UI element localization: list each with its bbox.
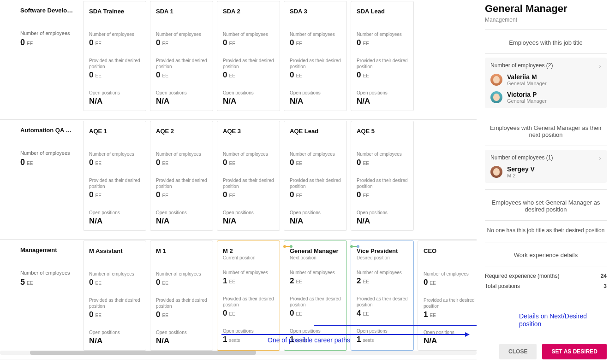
desired-value: 0EE (357, 70, 408, 80)
sidebar-title: General Manager (485, 3, 607, 15)
num-employees-value: 0EE (156, 38, 207, 47)
close-button[interactable]: CLOSE (499, 344, 537, 359)
position-card[interactable]: SDA 3 Number of employees 0EE Provided a… (284, 1, 347, 111)
set-as-desired-button[interactable]: SET AS DESIRED (542, 344, 607, 359)
num-employees-label: Number of employees (156, 31, 207, 37)
chevron-right-icon: › (599, 154, 601, 162)
employee-item[interactable]: Victoria P General Manager (490, 91, 601, 104)
position-card[interactable]: AQE Lead Number of employees 0EE Provide… (284, 121, 347, 231)
num-employees-value: 0EE (357, 38, 408, 47)
position-title: Vice President (357, 247, 408, 254)
desired-label: Provided as their desired position (357, 296, 408, 308)
avatar (490, 91, 502, 103)
open-positions-value: N/A (357, 97, 408, 106)
num-employees-label: Number of employees (357, 31, 408, 37)
row-title: Management (20, 247, 74, 253)
num-employees-value: 0EE (223, 158, 274, 167)
num-employees-value: 0EE (89, 38, 140, 47)
num-employees-value: 2EE (357, 276, 408, 286)
position-card[interactable]: AQE 2 Number of employees 0EE Provided a… (150, 121, 213, 231)
open-positions-label: Open positions (223, 210, 274, 216)
annotation-text: Details on Next/Desired position (519, 312, 597, 328)
avatar (490, 166, 502, 178)
desired-label: Provided as their desired position (290, 296, 341, 308)
position-card[interactable]: SDA Lead Number of employees 0EE Provide… (351, 1, 414, 111)
career-grid: Software Develo… Number of employees 0EE… (0, 0, 477, 364)
employee-role: General Manager (507, 81, 547, 86)
position-card[interactable]: SDA Trainee Number of employees 0EE Prov… (83, 1, 146, 111)
desired-label: Provided as their desired position (89, 58, 140, 70)
desired-value: 0EE (89, 190, 140, 200)
position-card[interactable]: SDA 2 Number of employees 0EE Provided a… (217, 1, 280, 111)
row-title: Software Develo… (20, 7, 74, 14)
open-positions-label: Open positions (223, 328, 274, 334)
sidebar-footer: CLOSE SET AS DESIRED (477, 339, 615, 364)
num-employees-value: 0EE (156, 158, 207, 167)
desired-value: 0EE (156, 70, 207, 80)
num-employees-label: Number of employees (424, 271, 475, 277)
employee-role: General Manager (507, 98, 547, 104)
desired-value: 4EE (357, 309, 408, 318)
desired-label: Provided as their desired position (290, 177, 341, 189)
position-card[interactable]: M 1 Number of employees 0EE Provided as … (150, 241, 213, 351)
sidebar-subtitle: Management (485, 17, 607, 23)
open-positions-label: Open positions (357, 210, 408, 216)
employee-item[interactable]: Valeriia M General Manager (490, 73, 601, 86)
horizontal-scrollbar-thumb[interactable] (30, 351, 256, 355)
chevron-right-icon: › (599, 62, 601, 70)
position-title: SDA 2 (223, 8, 274, 15)
employees-with-card[interactable]: Number of employees (2) › Valeriia M Gen… (485, 58, 607, 108)
position-card[interactable]: SDA 1 Number of employees 0EE Provided a… (150, 1, 213, 111)
num-employees-label: Number of employees (357, 151, 408, 157)
num-employees-value: 0EE (223, 38, 274, 47)
num-employees-value: 0EE (424, 278, 475, 287)
employee-name: Victoria P (507, 91, 547, 98)
desired-label: Provided as their desired position (89, 297, 140, 309)
open-positions-label: Open positions (290, 210, 341, 216)
open-positions-value: N/A (156, 217, 207, 226)
position-card[interactable]: AQE 5 Number of employees 0EE Provided a… (351, 121, 414, 231)
open-positions-label: Open positions (89, 210, 140, 216)
desired-label: Provided as their desired position (223, 296, 274, 308)
row-num-employees-value: 0EE (20, 38, 33, 47)
num-employees-value: 0EE (290, 158, 341, 167)
num-employees-label: Number of employees (290, 270, 341, 276)
desired-value: 0EE (223, 190, 274, 200)
open-positions-label: Open positions (290, 90, 341, 96)
section-title-with: Employees with this job title (485, 36, 607, 49)
num-employees-label: Number of employees (156, 271, 207, 277)
kv-key: Required experience (months) (485, 273, 559, 279)
employee-item[interactable]: Sergey V M 2 (490, 165, 601, 178)
open-positions-label: Open positions (357, 90, 408, 96)
position-title: M 2 (223, 247, 274, 254)
desired-value: 0EE (156, 310, 207, 319)
num-employees-value: 0EE (89, 278, 140, 287)
open-positions-value: N/A (89, 336, 140, 346)
position-title: AQE 2 (156, 128, 207, 135)
row-title: Automation QA … (20, 127, 74, 134)
num-employees-value: 2EE (290, 276, 341, 286)
open-positions-label: Open positions (156, 210, 207, 216)
num-employees-label: Number of employees (89, 151, 140, 157)
desired-value: 0EE (89, 310, 140, 319)
position-card[interactable]: AQE 1 Number of employees 0EE Provided a… (83, 121, 146, 231)
desired-value: 0EE (357, 190, 408, 200)
career-row: Software Develo… Number of employees 0EE… (0, 0, 477, 120)
num-employees-value: 0EE (89, 158, 140, 167)
position-title: CEO (424, 247, 475, 254)
desired-value: 0EE (89, 70, 140, 80)
position-card[interactable]: AQE 3 Number of employees 0EE Provided a… (217, 121, 280, 231)
horizontal-scrollbar-track[interactable] (0, 351, 477, 355)
num-employees-label: Number of employees (223, 31, 274, 37)
open-positions-value: N/A (89, 97, 140, 106)
num-employees-label: Number of employees (290, 151, 341, 157)
employees-next-card[interactable]: Number of employees (1) › Sergey V M 2 (485, 150, 607, 183)
desired-label: Provided as their desired position (357, 177, 408, 189)
position-title: General Manager (290, 247, 341, 254)
open-positions-label: Open positions (156, 90, 207, 96)
open-positions-value: 1seats (223, 335, 274, 344)
row-num-employees-label: Number of employees (20, 270, 74, 276)
employees-with-count: Number of employees (2) (490, 62, 601, 69)
position-subtitle: Desired position (357, 255, 408, 260)
position-card[interactable]: M Assistant Number of employees 0EE Prov… (83, 241, 146, 351)
